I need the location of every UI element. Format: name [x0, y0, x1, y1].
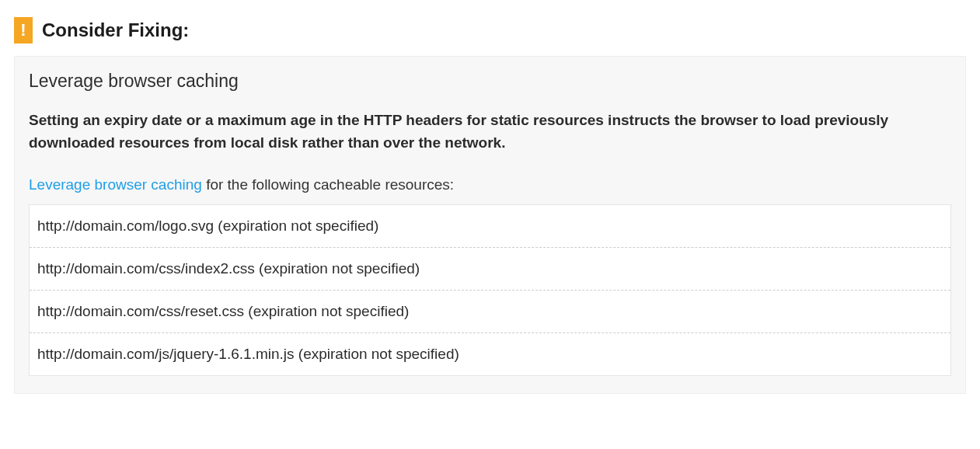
section-title: Consider Fixing:	[42, 19, 189, 41]
resource-list: http://domain.com/logo.svg (expiration n…	[29, 204, 951, 376]
leverage-caching-link[interactable]: Leverage browser caching	[29, 176, 202, 193]
resource-item: http://domain.com/css/index2.css (expira…	[30, 248, 950, 291]
warning-icon-glyph: !	[20, 22, 26, 39]
issue-subline-suffix: for the following cacheable resources:	[202, 176, 454, 193]
warning-icon: !	[14, 17, 33, 44]
issue-description: Setting an expiry date or a maximum age …	[29, 109, 951, 155]
page-container: ! Consider Fixing: Leverage browser cach…	[0, 0, 980, 414]
section-header: ! Consider Fixing:	[14, 17, 966, 44]
resource-item: http://domain.com/css/reset.css (expirat…	[30, 291, 950, 333]
issue-subline: Leverage browser caching for the followi…	[29, 176, 951, 193]
resource-item: http://domain.com/js/jquery-1.6.1.min.js…	[30, 333, 950, 375]
resource-item: http://domain.com/logo.svg (expiration n…	[30, 205, 950, 248]
issue-panel: Leverage browser caching Setting an expi…	[14, 56, 966, 394]
issue-title: Leverage browser caching	[29, 71, 951, 92]
